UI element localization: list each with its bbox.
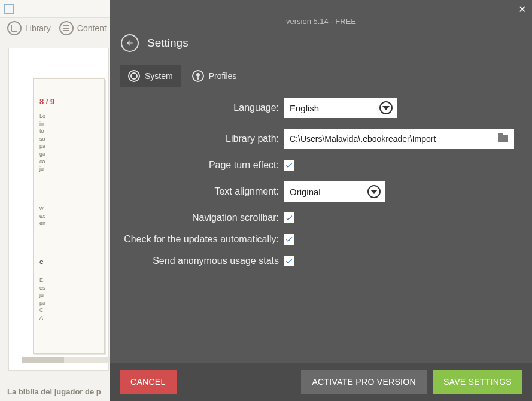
tab-profiles-label: Profiles — [209, 71, 237, 81]
language-label: Language: — [110, 102, 284, 113]
nav-scrollbar-checkbox[interactable] — [284, 212, 294, 223]
checkmark-icon — [285, 257, 293, 265]
thumbnail-scrollbar[interactable] — [22, 357, 113, 363]
checkmark-icon — [285, 161, 293, 169]
page-number: 8 / 9 — [39, 97, 54, 106]
page-turn-label: Page turn effect: — [110, 160, 284, 171]
language-select[interactable]: English — [284, 98, 397, 118]
folder-icon[interactable] — [498, 135, 508, 142]
tab-bar: System Profiles — [110, 65, 532, 87]
checkmark-icon — [285, 214, 293, 222]
back-button[interactable] — [121, 34, 139, 52]
text-alignment-label: Text alignment: — [110, 186, 284, 197]
language-value: English — [290, 103, 319, 113]
contents-icon — [59, 21, 74, 35]
settings-title: Settings — [147, 37, 189, 50]
gear-icon — [128, 70, 140, 82]
text-alignment-value: Original — [290, 187, 321, 197]
page-thumbnail-panel: 8 / 9 Lointosopagacaju wexen C EesjupaCA — [8, 48, 109, 371]
person-icon — [192, 70, 204, 82]
library-path-value: C:\Users\Malavida\.ebookreader\Import — [290, 134, 436, 144]
toolbar-library-label: Library — [25, 23, 51, 33]
library-path-input[interactable]: C:\Users\Malavida\.ebookreader\Import — [284, 129, 514, 149]
nav-scrollbar-label: Navigation scrollbar: — [110, 212, 284, 223]
usage-stats-checkbox[interactable] — [284, 256, 294, 266]
book-caption: La biblia del jugador de p — [7, 387, 101, 396]
chevron-down-icon — [367, 185, 381, 198]
toolbar-contents[interactable]: Content — [59, 21, 107, 35]
page-thumbnail[interactable]: 8 / 9 Lointosopagacaju wexen C EesjupaCA — [33, 78, 105, 354]
close-icon[interactable]: ✕ — [518, 4, 526, 15]
toolbar-library[interactable]: Library — [7, 21, 51, 35]
activate-pro-button[interactable]: ACTIVATE PRO VERSION — [301, 370, 427, 394]
save-settings-button[interactable]: SAVE SETTINGS — [433, 370, 522, 394]
auto-updates-checkbox[interactable] — [284, 234, 294, 245]
app-icon — [4, 4, 14, 14]
tab-profiles[interactable]: Profiles — [184, 65, 245, 87]
arrow-left-icon — [126, 39, 134, 47]
text-alignment-select[interactable]: Original — [284, 181, 385, 202]
settings-modal: ✕ version 5.14 - FREE Settings System Pr… — [110, 0, 532, 401]
usage-stats-label: Send anonymous usage stats — [110, 256, 284, 266]
toolbar-contents-label: Content — [77, 23, 107, 33]
chevron-down-icon — [379, 101, 393, 114]
auto-updates-label: Check for the updates automatically: — [110, 234, 284, 245]
library-path-label: Library path: — [110, 133, 284, 144]
version-text: version 5.14 - FREE — [110, 0, 532, 26]
checkmark-icon — [285, 235, 293, 244]
cancel-button[interactable]: CANCEL — [120, 370, 177, 394]
book-icon — [7, 21, 22, 35]
tab-system[interactable]: System — [120, 65, 181, 87]
tab-system-label: System — [145, 71, 173, 81]
settings-form: Language: English Library path: C:\Users… — [110, 98, 532, 266]
page-turn-checkbox[interactable] — [284, 160, 294, 171]
modal-footer: CANCEL ACTIVATE PRO VERSION SAVE SETTING… — [110, 363, 532, 401]
